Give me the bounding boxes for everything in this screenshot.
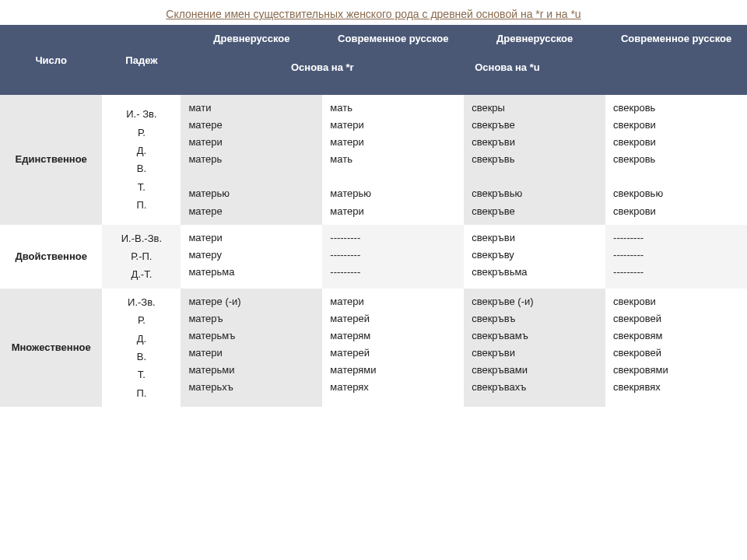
header-mod-ru-2: Современное русское xyxy=(605,25,747,52)
header-case: Падеж xyxy=(102,25,181,95)
cell-dual-or-r: матери матеру матерьма xyxy=(181,225,322,289)
header-number: Число xyxy=(0,25,102,95)
header-stem-r: Основа на *r xyxy=(181,52,464,95)
page-title: Склонение имен существительных женского … xyxy=(0,0,747,25)
cell-dual-or-u: свекръви свекръву свекръвьма xyxy=(464,225,605,289)
cell-plur-or-u: свекръве (-и) свекръвъ свекръвамъ свекръ… xyxy=(464,289,605,407)
header-old-ru-1: Древнерусское xyxy=(181,25,322,52)
header-mod-ru-1: Современное русское xyxy=(322,25,464,52)
row-dual-label: Двойственное xyxy=(0,225,102,289)
cell-plur-mr-u: свекрови свекровей свекровям свекровей с… xyxy=(605,289,747,407)
row-plural-label: Множественное xyxy=(0,289,102,407)
header-stem-u: Основа на *u xyxy=(464,52,747,95)
cell-plur-or-r: матере (-и) матеръ матерьмъ матери матер… xyxy=(181,289,322,407)
row-plural-cases: И.-Зв. Р. Д. В. Т. П. xyxy=(102,289,181,407)
cell-dual-mr-u: --------- --------- --------- xyxy=(605,225,747,289)
cell-sing-or-u: свекры свекръве свекръви свекръвь свекръ… xyxy=(464,95,605,225)
declension-table: Число Падеж Древнерусское Современное ру… xyxy=(0,25,747,407)
cell-sing-mr-u: свекровь свекрови свекрови свекровь свек… xyxy=(605,95,747,225)
cell-sing-or-r: мати матере матери матерь матерью матере xyxy=(181,95,322,225)
row-singular-label: Единственное xyxy=(0,95,102,225)
row-dual-cases: И.-В.-Зв. Р.-П. Д.-Т. xyxy=(102,225,181,289)
cell-dual-mr-r: --------- --------- --------- xyxy=(322,225,464,289)
cell-plur-mr-r: матери матерей матерям матерей матерями … xyxy=(322,289,464,407)
cell-sing-mr-r: мать матери матери мать матерью матери xyxy=(322,95,464,225)
row-singular-cases: И.- Зв. Р. Д. В. Т. П. xyxy=(102,95,181,225)
header-old-ru-2: Древнерусское xyxy=(464,25,605,52)
